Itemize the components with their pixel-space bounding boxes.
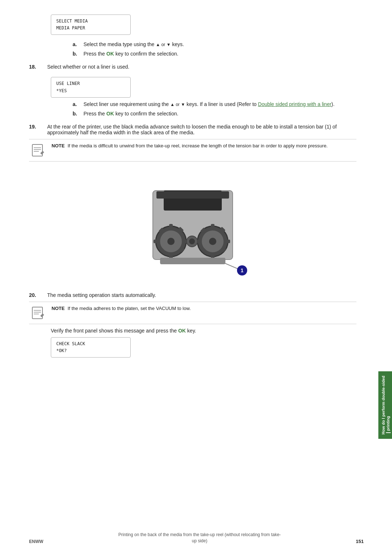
footer-center: Printing on the back of the media from t… <box>43 532 356 544</box>
side-tab-line1: How do I perform double-sided <box>381 376 386 434</box>
svg-rect-37 <box>32 307 42 319</box>
main-content: SELECT MEDIA MEDIA PAPER a. Select the m… <box>0 0 378 555</box>
svg-rect-0 <box>32 144 42 156</box>
svg-point-11 <box>167 238 175 245</box>
step18-sub-b-label: b. <box>73 111 83 117</box>
step18: 18. Select whether or not a liner is use… <box>29 64 356 70</box>
step18-sub-b-content: Press the OK key to confirm the selectio… <box>83 111 356 117</box>
step17-sub-b-label: b. <box>73 51 83 57</box>
note-box-19: NOTEIf the media is difficult to unwind … <box>29 139 356 162</box>
footer-center-line1: Printing on the back of the media from t… <box>118 532 281 537</box>
page: How do I perform double-sided printing S… <box>0 0 392 555</box>
note-label-19: NOTE <box>52 143 65 148</box>
step17-sub-a: a. Select the media type using the ▲ or … <box>73 41 356 47</box>
step17-sub-a-label: a. <box>73 41 83 47</box>
svg-point-22 <box>209 238 216 245</box>
printer-image-area: 1 <box>29 169 356 285</box>
step20: 20. The media setting operation starts a… <box>29 292 356 298</box>
lcd-use-liner-line1: USE LINER <box>56 80 125 87</box>
side-tab: How do I perform double-sided printing <box>378 0 392 555</box>
lcd-select-media: SELECT MEDIA MEDIA PAPER <box>51 15 131 35</box>
svg-rect-14 <box>154 240 159 243</box>
footer-center-line2: up side) <box>192 538 207 543</box>
ok-highlight-20: OK <box>178 328 186 334</box>
svg-rect-12 <box>169 224 173 229</box>
footer-page-number: 151 <box>356 539 364 544</box>
up-down-arrow-key-17a: ▲ or ▼ <box>156 42 171 47</box>
step20-text: The media setting operation starts autom… <box>47 292 356 298</box>
step18-intro: Select whether or not a liner is used. <box>47 64 356 70</box>
step20-number: 20. <box>29 292 47 298</box>
printer-illustration: 1 <box>124 169 262 285</box>
note-content-20: NOTEIf the media adheres to the platen, … <box>52 306 356 311</box>
note-content-19: NOTEIf the media is difficult to unwind … <box>52 143 356 148</box>
lcd-use-liner-line2: *YES <box>56 87 125 94</box>
note-svg-20 <box>31 306 45 320</box>
svg-text:1: 1 <box>241 268 244 273</box>
ok-highlight-17b: OK <box>106 51 114 57</box>
svg-rect-8 <box>156 191 229 199</box>
step19: 19. At the rear of the printer, use the … <box>29 124 356 135</box>
double-sided-link[interactable]: Double sided printing with a liner <box>258 101 331 107</box>
lcd-select-media-line1: SELECT MEDIA <box>56 18 125 25</box>
verify-text-after: key. <box>186 328 196 334</box>
step18-number: 18. <box>29 64 47 70</box>
step17-sub-b-content: Press the OK key to confirm the selectio… <box>83 51 356 57</box>
svg-rect-36 <box>160 258 225 264</box>
svg-rect-26 <box>225 240 230 243</box>
svg-point-32 <box>189 238 195 244</box>
note-icon-20 <box>29 306 47 320</box>
ok-highlight-18b: OK <box>106 111 114 117</box>
note-icon-19 <box>29 143 47 158</box>
note-svg-19 <box>31 143 45 158</box>
note-text-20: If the media adheres to the platen, set … <box>68 306 191 311</box>
footer-enww: ENWW <box>29 539 43 544</box>
step18-sub-b: b. Press the OK key to confirm the selec… <box>73 111 356 117</box>
step18-subs: a. Select liner use requirement using th… <box>51 101 356 117</box>
note-label-20: NOTE <box>52 306 65 311</box>
step19-number: 19. <box>29 124 47 130</box>
footer: ENWW Printing on the back of the media f… <box>0 532 378 544</box>
step18-sub-a: a. Select liner use requirement using th… <box>73 101 356 107</box>
note-box-20: NOTEIf the media adheres to the platen, … <box>29 302 356 324</box>
step17-sub-a-content: Select the media type using the ▲ or ▼ k… <box>83 41 356 47</box>
step18-sub-a-label: a. <box>73 101 83 107</box>
step17-sub-b: b. Press the OK key to confirm the selec… <box>73 51 356 57</box>
step19-text: At the rear of the printer, use the blac… <box>47 124 356 135</box>
step17-subs: a. Select the media type using the ▲ or … <box>51 41 356 57</box>
side-tab-line2: printing <box>386 376 391 433</box>
step18-sub-a-content: Select liner use requirement using the ▲… <box>83 101 356 107</box>
lcd-check-slack-line1: CHECK SLACK <box>56 340 125 347</box>
svg-rect-23 <box>211 224 215 229</box>
side-tab-inner: How do I perform double-sided printing <box>378 371 392 439</box>
verify-text-before: Verify the front panel shows this messag… <box>51 328 178 334</box>
verify-text: Verify the front panel shows this messag… <box>51 328 356 334</box>
lcd-check-slack: CHECK SLACK *OK? <box>51 337 131 358</box>
up-down-arrow-key-18a: ▲ or ▼ <box>170 102 185 107</box>
lcd-select-media-line2: MEDIA PAPER <box>56 25 125 32</box>
lcd-check-slack-line2: *OK? <box>56 347 125 354</box>
note-text-19: If the media is difficult to unwind from… <box>68 143 328 148</box>
lcd-use-liner: USE LINER *YES <box>51 77 131 97</box>
